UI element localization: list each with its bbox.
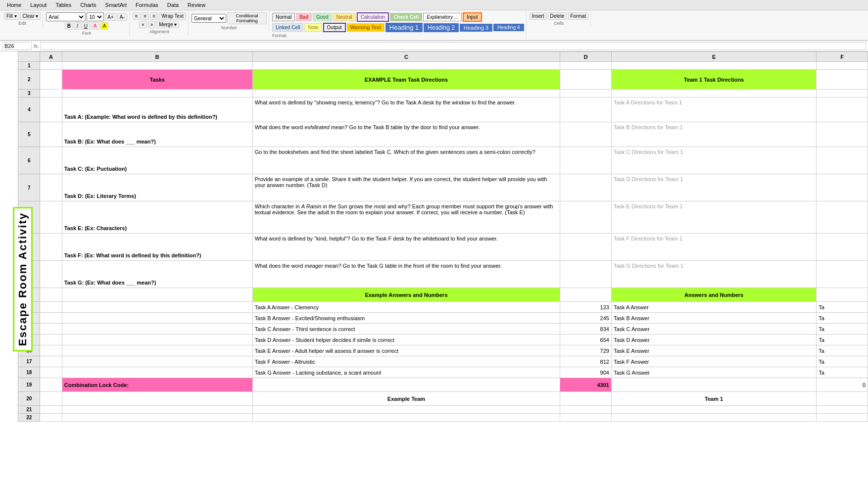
task-b-label[interactable]: Task B: (Ex: What does ___ mean?) (62, 122, 252, 147)
col-C-header[interactable]: C (252, 52, 560, 62)
task-c-label[interactable]: Task C: (Ex: Puctuation) (62, 147, 252, 174)
bold-button[interactable]: B (65, 22, 73, 30)
align-right-button[interactable]: ≡ (150, 12, 158, 20)
task-c-team1-direction[interactable]: Task C Directions for Team 1 (611, 147, 816, 174)
answer-e-team1[interactable]: Task E Answer (611, 345, 816, 356)
answer-c-team1[interactable]: Task C Answer (611, 324, 816, 335)
align-left-button[interactable]: ≡ (133, 12, 141, 20)
cell-reference-input[interactable] (2, 42, 32, 50)
decrease-font-button[interactable]: A- (117, 13, 127, 21)
answer-g-num[interactable]: 904 (560, 367, 612, 378)
col-B-header[interactable]: B (62, 52, 252, 62)
answer-d-team1[interactable]: Task D Answer (611, 335, 816, 345)
style-warning-text[interactable]: Warning Text (347, 23, 385, 32)
col-D-header[interactable]: D (560, 52, 612, 62)
answer-a-num[interactable]: 123 (560, 302, 612, 313)
number-format-select[interactable]: General (192, 14, 226, 23)
font-name-select[interactable]: Arial (46, 12, 86, 21)
answer-e-example[interactable]: Task E Answer - Adult helper will assess… (252, 345, 560, 356)
answer-e-num[interactable]: 729 (560, 345, 612, 356)
style-output[interactable]: Output (323, 23, 346, 32)
answer-a-example[interactable]: Task A Answer - Clemency (252, 302, 560, 313)
menu-review[interactable]: Review (184, 1, 209, 9)
menu-home[interactable]: Home (3, 1, 25, 9)
answer-b-suffix[interactable]: Ta (817, 313, 868, 324)
answer-a-suffix[interactable]: Ta (817, 302, 868, 313)
combo-lock-example-code[interactable]: 4301 (560, 378, 612, 392)
task-a-label[interactable]: Task A: (Example: What word is defined b… (62, 97, 252, 122)
task-c-example-direction[interactable]: Go to the bookshelves and find the sheet… (252, 147, 560, 174)
task-d-example-direction[interactable]: Provide an example of a simile. Share it… (252, 174, 560, 201)
answer-e-suffix[interactable]: Ta (817, 345, 868, 356)
wrap-text-button[interactable]: Wrap Text (159, 12, 186, 20)
task-a-team1-direction[interactable]: Task A Directions for Team 1 (611, 97, 816, 122)
increase-font-button[interactable]: A+ (105, 13, 116, 21)
team1-answers-header[interactable]: Answers and Numbers (611, 288, 816, 302)
style-good[interactable]: Good (313, 13, 332, 21)
style-bad[interactable]: Bad (296, 13, 312, 21)
tasks-header-cell[interactable]: Tasks (62, 70, 252, 90)
style-explanatory[interactable]: Explanatory ... (423, 13, 462, 21)
style-heading3[interactable]: Heading 3 (460, 24, 492, 32)
answer-g-suffix[interactable]: Ta (817, 367, 868, 378)
menu-tables[interactable]: Tables (51, 1, 75, 9)
merge-button[interactable]: Merge ▾ (156, 21, 179, 28)
menu-layout[interactable]: Layout (26, 1, 50, 9)
style-neutral[interactable]: Neutral (333, 13, 355, 21)
conditional-formatting-button[interactable]: Conditional Formatting (227, 12, 267, 24)
answer-a-team1[interactable]: Task A Answer (611, 302, 816, 313)
answer-f-team1[interactable]: Task F Answer (611, 356, 816, 367)
answer-g-team1[interactable]: Task G Answer (611, 367, 816, 378)
font-size-select[interactable]: 10 (87, 12, 104, 21)
task-b-example-direction[interactable]: What does the word exhilirated mean? Go … (252, 122, 560, 147)
delete-button[interactable]: Delete (548, 12, 567, 20)
task-g-team1-direction[interactable]: Task G Directions for Team 1 (611, 261, 816, 288)
answer-d-example[interactable]: Task D Answer - Student helper decides i… (252, 335, 560, 345)
indent-more-button[interactable]: » (148, 21, 156, 28)
team1-name[interactable]: Team 1 (611, 392, 816, 406)
indent-less-button[interactable]: « (139, 21, 147, 28)
clear-button[interactable]: Clear ▾ (20, 12, 41, 20)
menu-smartart[interactable]: SmartArt (101, 1, 131, 9)
task-d-label[interactable]: Task D: (Ex: Literary Terms) (62, 174, 252, 201)
task-g-example-direction[interactable]: What does the word meager mean? Go to th… (252, 261, 560, 288)
format-button[interactable]: Format (568, 12, 589, 20)
col-A-header[interactable]: A (40, 52, 62, 62)
task-e-example-direction[interactable]: Which character in A Raisin in the Sun g… (252, 201, 560, 234)
font-color-button[interactable]: A (91, 22, 99, 30)
col-F-header[interactable]: F (817, 52, 868, 62)
style-heading2[interactable]: Heading 2 (424, 23, 459, 32)
insert-button[interactable]: Insert (530, 12, 547, 20)
task-e-team1-direction[interactable]: Task E Directions for Team 1 (611, 201, 816, 234)
task-g-label[interactable]: Task G: (Ex: What does ___ mean?) (62, 261, 252, 288)
underline-button[interactable]: U (82, 22, 90, 30)
formula-input[interactable] (40, 42, 866, 50)
answer-b-num[interactable]: 245 (560, 313, 612, 324)
answer-g-example[interactable]: Task G Answer - Lacking substance, a sca… (252, 367, 560, 378)
team1-directions-header-cell[interactable]: Team 1 Task Directions (611, 70, 816, 90)
answer-c-suffix[interactable]: Ta (817, 324, 868, 335)
menu-charts[interactable]: Charts (76, 1, 100, 9)
task-a-example-direction[interactable]: What word is defined by "showing mercy, … (252, 97, 560, 122)
answer-f-suffix[interactable]: Ta (817, 356, 868, 367)
menu-data[interactable]: Data (163, 1, 183, 9)
style-check-cell[interactable]: Check Cell (390, 13, 422, 21)
example-answers-header[interactable]: Example Answers and Numbers (252, 288, 560, 302)
task-e-label[interactable]: Task E: (Ex: Characters) (62, 201, 252, 234)
fill-button[interactable]: Fill ▾ (4, 12, 19, 20)
answer-d-suffix[interactable]: Ta (817, 335, 868, 345)
task-f-example-direction[interactable]: What word is defined by "kind, helpful"?… (252, 234, 560, 261)
style-linked-cell[interactable]: Linked Cell (272, 23, 303, 32)
menu-formulas[interactable]: Formulas (132, 1, 162, 9)
task-b-team1-direction[interactable]: Task B Directions for Team 1 (611, 122, 816, 147)
example-team-name[interactable]: Example Team (252, 392, 560, 406)
highlight-button[interactable]: A (100, 22, 109, 30)
style-note[interactable]: Note (304, 23, 322, 32)
combo-lock-team1-code[interactable]: 0 (817, 378, 868, 392)
answer-b-team1[interactable]: Task B Answer (611, 313, 816, 324)
style-calculation[interactable]: Calculation (357, 12, 389, 22)
style-heading4[interactable]: Heading 4 (493, 24, 524, 31)
answer-d-num[interactable]: 654 (560, 335, 612, 345)
spreadsheet[interactable]: A B C D E F 1 2 Tas (0, 51, 868, 454)
italic-button[interactable]: I (74, 22, 81, 30)
